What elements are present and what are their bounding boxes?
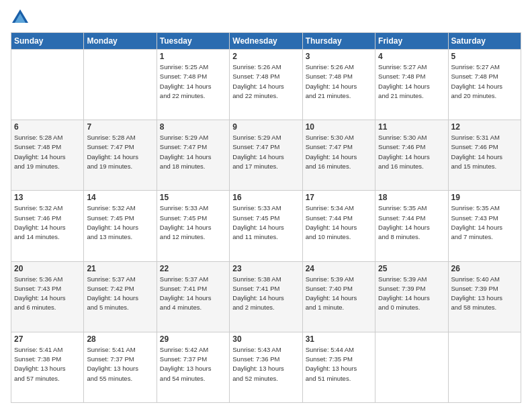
day-info: Sunrise: 5:33 AM Sunset: 7:45 PM Dayligh… <box>160 203 226 242</box>
day-header-saturday: Saturday <box>448 33 521 50</box>
day-header-monday: Monday <box>84 33 157 50</box>
calendar-cell: 4Sunrise: 5:27 AM Sunset: 7:48 PM Daylig… <box>375 50 448 120</box>
calendar-cell: 11Sunrise: 5:30 AM Sunset: 7:46 PM Dayli… <box>375 120 448 191</box>
day-header-wednesday: Wednesday <box>230 33 302 50</box>
day-number: 29 <box>160 334 226 344</box>
calendar-cell <box>84 50 157 120</box>
day-info: Sunrise: 5:39 AM Sunset: 7:40 PM Dayligh… <box>306 275 372 313</box>
day-info: Sunrise: 5:43 AM Sunset: 7:36 PM Dayligh… <box>232 345 299 383</box>
calendar-week-1: 1Sunrise: 5:25 AM Sunset: 7:48 PM Daylig… <box>11 50 521 120</box>
calendar-cell: 24Sunrise: 5:39 AM Sunset: 7:40 PM Dayli… <box>302 261 375 332</box>
day-number: 7 <box>87 122 153 132</box>
day-number: 12 <box>451 122 518 132</box>
day-header-sunday: Sunday <box>11 33 84 50</box>
day-number: 13 <box>14 193 81 202</box>
calendar-cell: 5Sunrise: 5:27 AM Sunset: 7:48 PM Daylig… <box>448 50 521 120</box>
day-info: Sunrise: 5:27 AM Sunset: 7:48 PM Dayligh… <box>378 62 445 101</box>
day-info: Sunrise: 5:37 AM Sunset: 7:41 PM Dayligh… <box>160 275 226 313</box>
day-number: 17 <box>306 193 372 202</box>
day-info: Sunrise: 5:26 AM Sunset: 7:48 PM Dayligh… <box>232 62 299 101</box>
day-number: 20 <box>14 264 81 273</box>
day-info: Sunrise: 5:30 AM Sunset: 7:47 PM Dayligh… <box>306 133 372 171</box>
calendar-cell: 3Sunrise: 5:26 AM Sunset: 7:48 PM Daylig… <box>302 50 375 120</box>
calendar-cell <box>448 332 521 402</box>
day-number: 6 <box>14 122 81 132</box>
calendar-cell: 14Sunrise: 5:32 AM Sunset: 7:45 PM Dayli… <box>84 191 157 261</box>
calendar-week-2: 6Sunrise: 5:28 AM Sunset: 7:48 PM Daylig… <box>11 120 521 191</box>
day-number: 25 <box>378 264 445 273</box>
calendar-cell: 13Sunrise: 5:32 AM Sunset: 7:46 PM Dayli… <box>11 191 84 261</box>
calendar-cell: 27Sunrise: 5:41 AM Sunset: 7:38 PM Dayli… <box>11 332 84 402</box>
calendar-cell <box>11 50 84 120</box>
day-info: Sunrise: 5:38 AM Sunset: 7:41 PM Dayligh… <box>232 275 299 313</box>
calendar-cell: 29Sunrise: 5:42 AM Sunset: 7:37 PM Dayli… <box>157 332 229 402</box>
calendar-cell: 7Sunrise: 5:28 AM Sunset: 7:47 PM Daylig… <box>84 120 157 191</box>
day-number: 23 <box>232 264 299 273</box>
day-header-friday: Friday <box>375 33 448 50</box>
calendar-cell: 9Sunrise: 5:29 AM Sunset: 7:47 PM Daylig… <box>230 120 302 191</box>
day-info: Sunrise: 5:37 AM Sunset: 7:42 PM Dayligh… <box>87 275 153 313</box>
day-info: Sunrise: 5:35 AM Sunset: 7:43 PM Dayligh… <box>451 203 518 242</box>
day-info: Sunrise: 5:41 AM Sunset: 7:38 PM Dayligh… <box>14 345 81 383</box>
logo <box>11 8 32 27</box>
day-info: Sunrise: 5:36 AM Sunset: 7:43 PM Dayligh… <box>14 275 81 313</box>
calendar-cell: 2Sunrise: 5:26 AM Sunset: 7:48 PM Daylig… <box>230 50 302 120</box>
calendar-cell: 22Sunrise: 5:37 AM Sunset: 7:41 PM Dayli… <box>157 261 229 332</box>
day-number: 30 <box>232 334 299 344</box>
day-number: 3 <box>306 52 372 61</box>
calendar-cell: 1Sunrise: 5:25 AM Sunset: 7:48 PM Daylig… <box>157 50 229 120</box>
day-number: 2 <box>232 52 299 61</box>
day-info: Sunrise: 5:44 AM Sunset: 7:35 PM Dayligh… <box>306 345 372 383</box>
day-number: 11 <box>378 122 445 132</box>
day-number: 5 <box>451 52 518 61</box>
calendar-week-4: 20Sunrise: 5:36 AM Sunset: 7:43 PM Dayli… <box>11 261 521 332</box>
calendar-cell: 25Sunrise: 5:39 AM Sunset: 7:39 PM Dayli… <box>375 261 448 332</box>
day-info: Sunrise: 5:42 AM Sunset: 7:37 PM Dayligh… <box>160 345 226 383</box>
day-info: Sunrise: 5:29 AM Sunset: 7:47 PM Dayligh… <box>232 133 299 171</box>
calendar-cell: 20Sunrise: 5:36 AM Sunset: 7:43 PM Dayli… <box>11 261 84 332</box>
day-info: Sunrise: 5:32 AM Sunset: 7:46 PM Dayligh… <box>14 203 81 242</box>
day-info: Sunrise: 5:41 AM Sunset: 7:37 PM Dayligh… <box>87 345 153 383</box>
day-info: Sunrise: 5:25 AM Sunset: 7:48 PM Dayligh… <box>160 62 226 101</box>
day-number: 14 <box>87 193 153 202</box>
day-number: 15 <box>160 193 226 202</box>
day-info: Sunrise: 5:28 AM Sunset: 7:48 PM Dayligh… <box>14 133 81 171</box>
page: SundayMondayTuesdayWednesdayThursdayFrid… <box>0 0 532 411</box>
day-number: 22 <box>160 264 226 273</box>
day-number: 9 <box>232 122 299 132</box>
header <box>11 8 521 27</box>
day-info: Sunrise: 5:28 AM Sunset: 7:47 PM Dayligh… <box>87 133 153 171</box>
day-number: 21 <box>87 264 153 273</box>
calendar-cell: 31Sunrise: 5:44 AM Sunset: 7:35 PM Dayli… <box>302 332 375 402</box>
day-header-tuesday: Tuesday <box>157 33 229 50</box>
day-number: 18 <box>378 193 445 202</box>
calendar-cell: 8Sunrise: 5:29 AM Sunset: 7:47 PM Daylig… <box>157 120 229 191</box>
day-info: Sunrise: 5:40 AM Sunset: 7:39 PM Dayligh… <box>451 275 518 313</box>
calendar-cell: 12Sunrise: 5:31 AM Sunset: 7:46 PM Dayli… <box>448 120 521 191</box>
day-info: Sunrise: 5:39 AM Sunset: 7:39 PM Dayligh… <box>378 275 445 313</box>
day-info: Sunrise: 5:31 AM Sunset: 7:46 PM Dayligh… <box>451 133 518 171</box>
calendar-cell: 30Sunrise: 5:43 AM Sunset: 7:36 PM Dayli… <box>230 332 302 402</box>
calendar-week-3: 13Sunrise: 5:32 AM Sunset: 7:46 PM Dayli… <box>11 191 521 261</box>
day-number: 26 <box>451 264 518 273</box>
calendar-cell: 23Sunrise: 5:38 AM Sunset: 7:41 PM Dayli… <box>230 261 302 332</box>
calendar-cell: 6Sunrise: 5:28 AM Sunset: 7:48 PM Daylig… <box>11 120 84 191</box>
calendar-week-5: 27Sunrise: 5:41 AM Sunset: 7:38 PM Dayli… <box>11 332 521 402</box>
calendar-cell: 28Sunrise: 5:41 AM Sunset: 7:37 PM Dayli… <box>84 332 157 402</box>
calendar-cell <box>375 332 448 402</box>
day-header-thursday: Thursday <box>302 33 375 50</box>
day-info: Sunrise: 5:26 AM Sunset: 7:48 PM Dayligh… <box>306 62 372 101</box>
calendar-cell: 15Sunrise: 5:33 AM Sunset: 7:45 PM Dayli… <box>157 191 229 261</box>
day-info: Sunrise: 5:34 AM Sunset: 7:44 PM Dayligh… <box>306 203 372 242</box>
logo-icon <box>11 8 30 27</box>
day-number: 31 <box>306 334 372 344</box>
day-number: 1 <box>160 52 226 61</box>
day-number: 27 <box>14 334 81 344</box>
day-info: Sunrise: 5:27 AM Sunset: 7:48 PM Dayligh… <box>451 62 518 101</box>
day-info: Sunrise: 5:29 AM Sunset: 7:47 PM Dayligh… <box>160 133 226 171</box>
day-number: 10 <box>306 122 372 132</box>
calendar: SundayMondayTuesdayWednesdayThursdayFrid… <box>11 32 521 403</box>
day-info: Sunrise: 5:32 AM Sunset: 7:45 PM Dayligh… <box>87 203 153 242</box>
day-info: Sunrise: 5:35 AM Sunset: 7:44 PM Dayligh… <box>378 203 445 242</box>
day-number: 19 <box>451 193 518 202</box>
